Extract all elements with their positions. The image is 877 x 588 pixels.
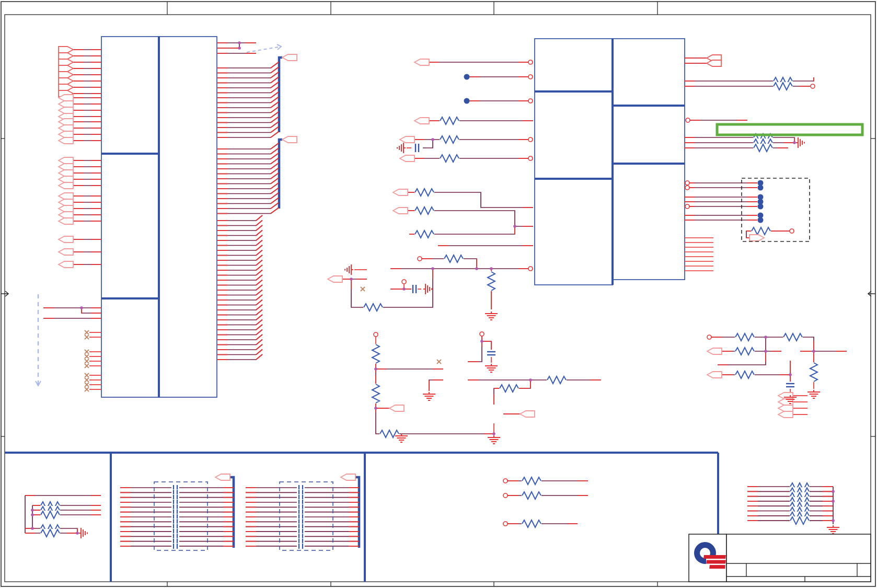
schematic-canvas <box>0 0 877 588</box>
title-block-grid <box>726 534 871 582</box>
page-frame <box>1 2 875 586</box>
schematic-sheet <box>0 0 877 588</box>
wires <box>25 43 847 546</box>
components <box>40 47 839 549</box>
section-dividers <box>5 37 718 582</box>
title-block <box>689 534 871 582</box>
